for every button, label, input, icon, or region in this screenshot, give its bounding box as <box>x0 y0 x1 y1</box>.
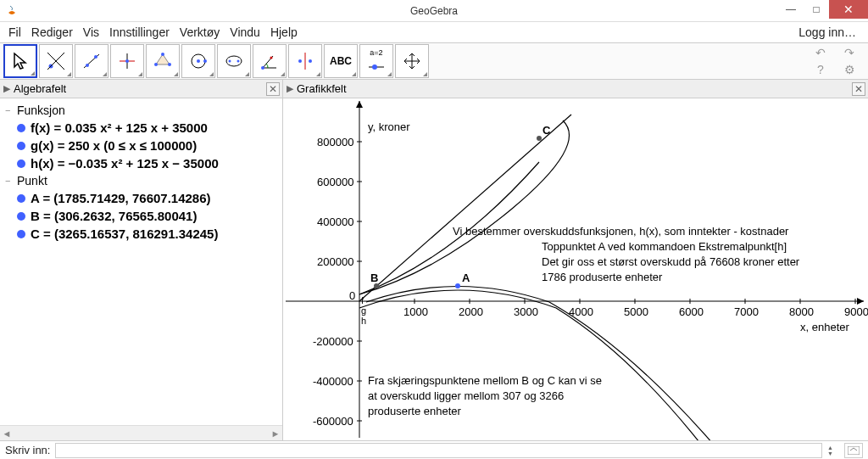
login-link[interactable]: Logg inn… <box>798 25 863 39</box>
annotation-5: Fra skjæringspunktene mellom B og C kan … <box>368 373 602 389</box>
minimize-button[interactable]: — <box>778 0 804 19</box>
x-axis-label: x, enheter <box>800 321 849 333</box>
algebra-scrollbar[interactable]: ◄► <box>0 425 282 440</box>
point-A-label: A <box>462 271 470 284</box>
point-C-label: C <box>542 124 550 137</box>
fn-f-label: f <box>361 295 364 305</box>
category-function[interactable]: −Funksjon <box>5 102 277 119</box>
help-button[interactable]: ? <box>809 62 832 77</box>
java-icon <box>5 4 19 18</box>
point-B-label: B <box>370 271 378 284</box>
svg-point-5 <box>94 55 97 59</box>
annotation-7: produserte enheter <box>368 404 461 419</box>
y-axis-label: y, kroner <box>368 120 410 133</box>
input-bar: Skriv inn: ▲▼ <box>0 440 868 459</box>
close-button[interactable]: ✕ <box>829 0 868 19</box>
category-point[interactable]: −Punkt <box>5 172 277 189</box>
annotation-3: Det gir oss et størst overskudd på 76608… <box>542 255 799 270</box>
svg-point-8 <box>125 59 129 63</box>
menu-vindu[interactable]: Vindu <box>226 24 264 41</box>
svg-point-13 <box>197 59 200 63</box>
annotation-6: at overskudd ligger mellom 307 og 3266 <box>368 389 564 404</box>
tool-polygon[interactable] <box>146 44 180 78</box>
menu-verktoy[interactable]: Verktøy <box>176 24 223 41</box>
tool-angle[interactable] <box>253 44 287 78</box>
svg-point-10 <box>168 63 171 66</box>
svg-point-22 <box>309 59 312 63</box>
svg-point-11 <box>154 63 158 66</box>
svg-point-46 <box>537 136 542 141</box>
window-titlebar: GeoGebra — □ ✕ <box>0 0 868 22</box>
close-algebra-button[interactable]: ✕ <box>266 82 280 96</box>
menu-hjelp[interactable]: Hjelp <box>267 24 301 41</box>
svg-point-19 <box>270 57 273 59</box>
window-title: GeoGebra <box>410 5 458 17</box>
algebra-item-g[interactable]: g(x) = 250 x (0 ≤ x ≤ 100000) <box>5 137 277 154</box>
tool-reflect[interactable] <box>288 44 322 78</box>
svg-point-21 <box>298 59 302 63</box>
svg-point-4 <box>86 64 89 67</box>
menubar: Fil Rediger Vis Innstillinger Verktøy Vi… <box>0 22 868 42</box>
algebra-item-h[interactable]: h(x) = −0.035 x² + 125 x − 35000 <box>5 154 277 172</box>
algebra-item-B[interactable]: B = (306.2632, 76565.80041) <box>5 207 277 225</box>
algebra-item-C[interactable]: C = (3265.16537, 816291.34245) <box>5 225 277 243</box>
toolbar: ABC a=2 ↶ ↷ ? ⚙ <box>0 42 868 80</box>
algebra-item-f[interactable]: f(x) = 0.035 x² + 125 x + 35000 <box>5 119 277 137</box>
fn-h-label: h <box>361 316 366 326</box>
menu-fil[interactable]: Fil <box>5 24 25 41</box>
tool-text[interactable]: ABC <box>324 44 358 78</box>
svg-point-18 <box>261 66 264 70</box>
input-label: Skriv inn: <box>5 444 50 456</box>
tool-slider[interactable]: a=2 <box>359 44 393 78</box>
maximize-button[interactable]: □ <box>804 0 829 19</box>
tool-line[interactable] <box>75 44 108 78</box>
menu-innstillinger[interactable]: Innstillinger <box>106 24 173 41</box>
annotation-1: Vi bestemmer overskuddsfunksjonen, h(x),… <box>453 224 788 239</box>
tool-ellipse[interactable] <box>217 44 251 78</box>
svg-point-16 <box>229 60 231 63</box>
menu-rediger[interactable]: Rediger <box>28 24 76 41</box>
redo-button[interactable]: ↷ <box>837 45 861 60</box>
graph-panel: ▶ Grafikkfelt ✕ <box>283 80 868 440</box>
tool-circle[interactable] <box>181 44 215 78</box>
svg-point-14 <box>203 59 207 63</box>
svg-point-44 <box>455 283 460 288</box>
algebra-header[interactable]: ▶ Algebrafelt ✕ <box>0 80 282 98</box>
tool-select[interactable] <box>3 44 37 78</box>
algebra-tree[interactable]: −Funksjon f(x) = 0.035 x² + 125 x + 3500… <box>0 98 282 425</box>
input-history-spinner[interactable]: ▲▼ <box>827 445 839 456</box>
settings-button[interactable]: ⚙ <box>837 62 861 77</box>
tool-point[interactable] <box>39 44 73 78</box>
collapse-icon: ▶ <box>287 83 293 94</box>
menu-vis[interactable]: Vis <box>80 24 103 41</box>
command-input[interactable] <box>55 443 822 458</box>
graph-title: Grafikkfelt <box>297 82 347 95</box>
algebra-item-A[interactable]: A = (1785.71429, 76607.14286) <box>5 189 277 207</box>
undo-button[interactable]: ↶ <box>809 45 832 60</box>
algebra-panel: ▶ Algebrafelt ✕ −Funksjon f(x) = 0.035 x… <box>0 80 283 440</box>
algebra-title: Algebrafelt <box>14 82 66 95</box>
tool-move-view[interactable] <box>395 44 429 78</box>
annotation-2: Toppunktet A ved kommandoen Ekstremalpun… <box>542 239 787 255</box>
fn-g-label: g <box>361 305 366 316</box>
collapse-icon: ▶ <box>3 83 10 94</box>
svg-point-24 <box>372 64 377 70</box>
tool-perpendicular[interactable] <box>110 44 144 78</box>
close-graph-button[interactable]: ✕ <box>852 82 865 96</box>
keyboard-button[interactable] <box>844 443 863 458</box>
graph-header[interactable]: ▶ Grafikkfelt ✕ <box>283 80 868 98</box>
svg-point-9 <box>161 53 164 56</box>
graph-canvas[interactable]: y, kroner x, enheter 800000 600000 40000… <box>283 98 868 440</box>
annotation-4: 1786 produserte enheter <box>542 270 662 285</box>
svg-point-17 <box>237 60 240 63</box>
